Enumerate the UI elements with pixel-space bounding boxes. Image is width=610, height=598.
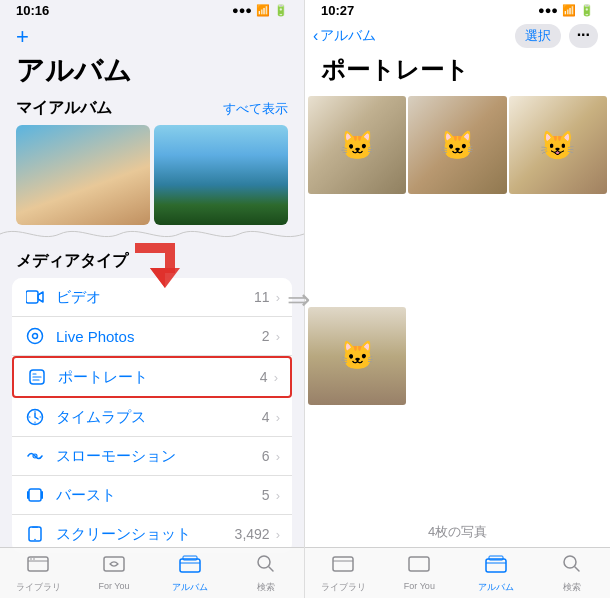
portrait-chevron: ›	[274, 370, 278, 385]
more-button[interactable]: ···	[569, 24, 598, 48]
svg-rect-11	[32, 527, 38, 528]
r-tab-albums[interactable]: アルバム	[458, 552, 534, 596]
back-chevron-icon: ‹	[313, 27, 318, 45]
slowmo-count: 6	[262, 448, 270, 464]
r-tab-for-you-label: For You	[404, 581, 435, 591]
svg-point-10	[34, 539, 36, 541]
left-header: + アルバム マイアルバム すべて表示	[0, 20, 304, 225]
svg-point-2	[33, 334, 38, 339]
screenshot-chevron: ›	[276, 527, 280, 542]
live-label: Live Photos	[56, 328, 262, 345]
my-albums-header: マイアルバム すべて表示	[16, 98, 288, 119]
select-button[interactable]: 選択	[515, 24, 561, 48]
r-tab-albums-label: アルバム	[478, 581, 514, 594]
battery-icon: 🔋	[274, 4, 288, 17]
slowmo-icon	[24, 445, 46, 467]
burst-count: 5	[262, 487, 270, 503]
tab-search-label: 検索	[257, 581, 275, 594]
media-type-title: メディアタイプ	[0, 247, 304, 278]
album-thumb-sky[interactable]	[154, 125, 288, 225]
svg-rect-23	[486, 559, 506, 572]
tab-library[interactable]: ライブラリ	[0, 552, 76, 596]
svg-point-25	[564, 556, 576, 568]
live-chevron: ›	[276, 329, 280, 344]
photo-2[interactable]: 🐱	[408, 96, 506, 194]
photo-3[interactable]: 😺	[509, 96, 607, 194]
timelapse-chevron: ›	[276, 410, 280, 425]
svg-rect-18	[180, 559, 200, 572]
show-all-link[interactable]: すべて表示	[223, 100, 288, 118]
media-type-section: メディアタイプ ビデオ 11 › Live Photos 2 ›	[0, 243, 304, 553]
photo-1[interactable]: 🐱	[308, 96, 406, 194]
live-count: 2	[262, 328, 270, 344]
media-list: ビデオ 11 › Live Photos 2 ›	[12, 278, 292, 553]
tab-albums-label: アルバム	[172, 581, 208, 594]
tab-for-you[interactable]: For You	[76, 552, 152, 596]
timelapse-label: タイムラプス	[56, 408, 262, 427]
video-icon	[24, 286, 46, 308]
video-label: ビデオ	[56, 288, 254, 307]
timelapse-count: 4	[262, 409, 270, 425]
svg-rect-7	[27, 491, 29, 499]
right-tab-bar: ライブラリ For You アルバム 検索	[305, 547, 610, 598]
left-tab-bar: ライブラリ For You アルバム 検索	[0, 547, 304, 598]
r-tab-search-label: 検索	[563, 581, 581, 594]
album-thumb-beach[interactable]	[16, 125, 150, 225]
svg-point-20	[258, 556, 270, 568]
nav-actions: 選択 ···	[515, 24, 598, 48]
media-item-live[interactable]: Live Photos 2 ›	[12, 317, 292, 356]
photo-4[interactable]: 🐱	[308, 307, 406, 405]
back-button[interactable]: ‹ アルバム	[313, 27, 376, 45]
timelapse-icon	[24, 406, 46, 428]
tab-search[interactable]: 検索	[228, 552, 304, 596]
media-item-portrait[interactable]: ポートレート 4 ›	[12, 356, 292, 398]
r-battery-icon: 🔋	[580, 4, 594, 17]
my-albums-label: マイアルバム	[16, 98, 112, 119]
photo-grid: 🐱 🐱 😺 🐱	[305, 94, 610, 517]
left-time: 10:16	[16, 3, 49, 18]
tab-library-label: ライブラリ	[16, 581, 61, 594]
right-time: 10:27	[321, 3, 354, 18]
right-page-title: ポートレート	[305, 52, 610, 94]
r-tab-library-label: ライブラリ	[321, 581, 366, 594]
signal-icon: ●●●	[232, 4, 252, 16]
svg-rect-22	[409, 557, 429, 571]
portrait-label: ポートレート	[58, 368, 260, 387]
right-status-icons: ●●● 📶 🔋	[538, 4, 594, 17]
burst-label: バースト	[56, 486, 262, 505]
right-panel: 10:27 ●●● 📶 🔋 ‹ アルバム 選択 ··· ポートレート 🐱 🐱 😺	[305, 0, 610, 598]
tab-albums[interactable]: アルバム	[152, 552, 228, 596]
svg-rect-17	[104, 557, 124, 571]
video-count: 11	[254, 289, 270, 305]
for-you-icon	[103, 554, 125, 579]
svg-point-15	[30, 558, 32, 560]
r-tab-library[interactable]: ライブラリ	[305, 552, 381, 596]
r-library-icon	[332, 554, 354, 579]
back-label: アルバム	[320, 27, 376, 45]
svg-rect-0	[26, 291, 38, 303]
media-item-burst[interactable]: バースト 5 ›	[12, 476, 292, 515]
albums-icon	[179, 554, 201, 579]
r-wifi-icon: 📶	[562, 4, 576, 17]
screenshot-count: 3,492	[235, 526, 270, 542]
svg-rect-6	[29, 489, 41, 501]
burst-chevron: ›	[276, 488, 280, 503]
svg-rect-21	[333, 557, 353, 571]
screenshot-icon	[24, 523, 46, 545]
r-search-icon	[562, 554, 582, 579]
portrait-count: 4	[260, 369, 268, 385]
portrait-icon	[26, 366, 48, 388]
add-button[interactable]: +	[16, 24, 288, 50]
r-tab-for-you[interactable]: For You	[381, 552, 457, 596]
page-title: アルバム	[16, 52, 288, 90]
slowmo-chevron: ›	[276, 449, 280, 464]
photo-count: 4枚の写真	[305, 517, 610, 547]
media-item-timelapse[interactable]: タイムラプス 4 ›	[12, 398, 292, 437]
svg-rect-8	[41, 491, 43, 499]
live-icon	[24, 325, 46, 347]
slowmo-label: スローモーション	[56, 447, 262, 466]
media-item-video[interactable]: ビデオ 11 ›	[12, 278, 292, 317]
left-status-bar: 10:16 ●●● 📶 🔋	[0, 0, 304, 20]
media-item-slowmo[interactable]: スローモーション 6 ›	[12, 437, 292, 476]
r-tab-search[interactable]: 検索	[534, 552, 610, 596]
